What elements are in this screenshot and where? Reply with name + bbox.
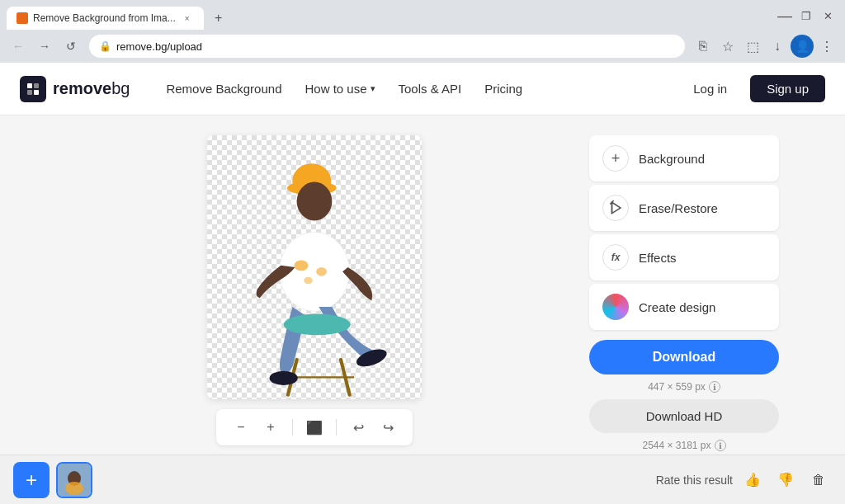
- erase-restore-panel-item[interactable]: Erase/Restore: [589, 185, 779, 231]
- zoom-out-button[interactable]: −: [229, 416, 253, 439]
- download-button[interactable]: Download: [589, 340, 779, 374]
- main-content: − + ⬛ ↩ ↪: [0, 115, 845, 504]
- logo[interactable]: removebg: [20, 76, 130, 102]
- browser-toolbar: ← → ↺ 🔒 remove.bg/upload ⎘ ☆ ⬚ ↓ 👤 ⋮: [0, 30, 845, 63]
- svg-rect-3: [34, 90, 39, 95]
- logo-text: removebg: [53, 79, 130, 98]
- add-image-button[interactable]: +: [13, 462, 50, 498]
- lock-icon: 🔒: [99, 40, 111, 52]
- download-status-button[interactable]: ↓: [766, 35, 789, 58]
- menu-button[interactable]: ⋮: [815, 35, 838, 58]
- controls-divider-2: [336, 419, 337, 436]
- tab-favicon: [17, 12, 28, 24]
- download-hd-info: 2544 × 3181 px ℹ: [589, 440, 779, 451]
- svg-point-15: [270, 371, 298, 385]
- erase-restore-icon: [602, 195, 629, 221]
- nav-actions: Log in Sign up: [680, 75, 825, 102]
- main-nav: removebg Remove Background How to use ▾ …: [0, 63, 845, 115]
- website-content: removebg Remove Background How to use ▾ …: [0, 63, 845, 504]
- redo-button[interactable]: ↪: [376, 416, 399, 439]
- rate-label: Rate this result: [656, 473, 733, 487]
- refresh-button[interactable]: ↺: [59, 35, 83, 58]
- effects-panel-item[interactable]: fx Effects: [589, 234, 779, 280]
- maximize-button[interactable]: ❐: [795, 5, 817, 26]
- logo-icon: [20, 76, 46, 102]
- forward-button[interactable]: →: [33, 35, 56, 58]
- dropdown-arrow-icon: ▾: [371, 83, 375, 94]
- svg-rect-2: [27, 90, 32, 95]
- star-button[interactable]: ☆: [716, 35, 739, 58]
- nav-links: Remove Background How to use ▾ Tools & A…: [156, 75, 680, 102]
- svg-point-9: [316, 267, 327, 276]
- nav-pricing[interactable]: Pricing: [474, 75, 532, 102]
- signup-button[interactable]: Sign up: [750, 75, 825, 102]
- rate-section: Rate this result 👍 👎 🗑: [656, 467, 832, 493]
- background-label: Background: [639, 152, 705, 166]
- logo-svg: [25, 81, 41, 97]
- download-section: Download 447 × 559 px ℹ Download HD 2544…: [589, 340, 779, 451]
- extension-button[interactable]: ⬚: [741, 35, 764, 58]
- tab-title: Remove Background from Ima...: [33, 12, 176, 24]
- background-icon: +: [602, 145, 629, 172]
- person-image: [207, 135, 422, 399]
- download-hd-info-icon: ℹ: [715, 440, 726, 451]
- address-text: remove.bg/upload: [116, 40, 202, 53]
- undo-button[interactable]: ↩: [347, 416, 370, 439]
- address-bar[interactable]: 🔒 remove.bg/upload: [89, 35, 685, 58]
- nav-how-to-use[interactable]: How to use ▾: [295, 75, 385, 102]
- sidebar-panel: + Background Erase/Restore fx: [589, 135, 779, 492]
- thumbs-down-button[interactable]: 👎: [772, 467, 799, 493]
- svg-rect-1: [34, 83, 39, 88]
- canvas-controls: − + ⬛ ↩ ↪: [216, 409, 413, 445]
- create-design-panel-item[interactable]: Create design: [589, 284, 779, 330]
- toolbar-actions: ⎘ ☆ ⬚ ↓ 👤 ⋮: [692, 35, 838, 58]
- image-canvas: [207, 135, 422, 399]
- back-button[interactable]: ←: [7, 35, 30, 58]
- new-tab-button[interactable]: +: [207, 7, 230, 30]
- svg-point-8: [294, 260, 308, 271]
- svg-rect-0: [27, 83, 32, 88]
- download-hd-button[interactable]: Download HD: [589, 399, 779, 433]
- svg-point-14: [284, 314, 351, 336]
- minimize-button[interactable]: —: [774, 5, 795, 26]
- thumbs-up-button[interactable]: 👍: [739, 467, 766, 493]
- profile-button[interactable]: 👤: [791, 35, 814, 58]
- svg-point-19: [65, 482, 83, 495]
- browser-tab[interactable]: Remove Background from Ima... ×: [7, 7, 204, 30]
- nav-remove-background[interactable]: Remove Background: [156, 75, 291, 102]
- login-button[interactable]: Log in: [680, 75, 740, 102]
- download-info-icon: ℹ: [709, 381, 720, 393]
- thumbnail-svg: [58, 464, 91, 497]
- create-design-icon: [602, 294, 629, 320]
- erase-restore-label: Erase/Restore: [639, 201, 718, 215]
- download-info: 447 × 559 px ℹ: [589, 381, 779, 393]
- effects-icon: fx: [602, 244, 629, 271]
- close-button[interactable]: ✕: [817, 5, 838, 26]
- delete-button[interactable]: 🗑: [805, 467, 832, 493]
- zoom-in-button[interactable]: +: [259, 416, 282, 439]
- svg-point-7: [297, 182, 333, 221]
- nav-tools-api[interactable]: Tools & API: [389, 75, 472, 102]
- canvas-area: − + ⬛ ↩ ↪: [66, 135, 563, 492]
- cast-button[interactable]: ⎘: [692, 35, 715, 58]
- image-thumbnail[interactable]: [56, 462, 92, 498]
- background-panel-item[interactable]: + Background: [589, 135, 779, 181]
- controls-divider: [292, 419, 293, 436]
- svg-point-10: [304, 277, 313, 285]
- split-view-button[interactable]: ⬛: [303, 416, 326, 439]
- tab-close-button[interactable]: ×: [181, 12, 194, 25]
- bottom-bar: + Rate this result 👍 👎 🗑: [0, 455, 845, 504]
- effects-label: Effects: [639, 251, 677, 265]
- create-design-label: Create design: [639, 300, 715, 314]
